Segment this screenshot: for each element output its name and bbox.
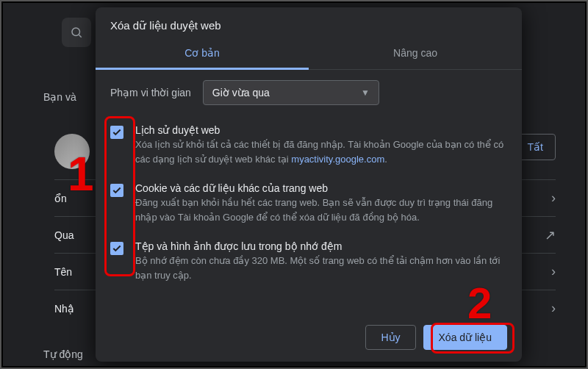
options-list: Lịch sử duyệt web Xóa lịch sử khỏi tất c…: [96, 115, 522, 315]
time-range-select[interactable]: Giờ vừa qua ▼: [203, 80, 379, 105]
tab-advanced[interactable]: Nâng cao: [309, 38, 522, 69]
myactivity-link[interactable]: myactivity.google.com: [291, 154, 384, 165]
option-title: Cookie và các dữ liệu khác của trang web: [135, 182, 507, 194]
option-browsing-history: Lịch sử duyệt web Xóa lịch sử khỏi tất c…: [110, 118, 507, 176]
search-icon[interactable]: [62, 18, 91, 47]
avatar: [54, 134, 90, 169]
dialog-tabs: Cơ bản Nâng cao: [96, 38, 522, 70]
dialog-footer: Hủy Xóa dữ liệu: [96, 315, 522, 362]
dialog-title: Xóa dữ liệu duyệt web: [96, 7, 522, 38]
svg-line-1: [79, 35, 81, 37]
checkbox-cookies[interactable]: [110, 184, 123, 197]
option-title: Tệp và hình ảnh được lưu trong bộ nhớ đệ…: [135, 240, 507, 252]
checkbox-browsing-history[interactable]: [110, 126, 123, 139]
dropdown-arrow-icon: ▼: [361, 87, 370, 98]
option-desc: Xóa lịch sử khỏi tất cả các thiết bị đã …: [135, 137, 507, 166]
svg-point-0: [72, 28, 80, 36]
option-desc: Bộ nhớ đệm còn chưa đầy 320 MB. Một số t…: [135, 254, 507, 282]
time-range-label: Phạm vi thời gian: [110, 87, 191, 98]
option-cookies: Cookie và các dữ liệu khác của trang web…: [110, 176, 507, 234]
option-desc: Đăng xuất bạn khỏi hầu hết các trang web…: [135, 196, 507, 224]
clear-browsing-data-dialog: Xóa dữ liệu duyệt web Cơ bản Nâng cao Ph…: [96, 7, 522, 362]
cancel-button[interactable]: Hủy: [365, 325, 415, 350]
option-title: Lịch sử duyệt web: [135, 124, 507, 136]
time-range-row: Phạm vi thời gian Giờ vừa qua ▼: [96, 70, 522, 115]
chevron-right-icon: ›: [551, 190, 556, 206]
external-link-icon: ↗: [545, 227, 556, 243]
checkbox-cached-files[interactable]: [110, 242, 123, 255]
option-cached-files: Tệp và hình ảnh được lưu trong bộ nhớ đệ…: [110, 234, 507, 293]
sidebar-heading: Bạn và: [43, 91, 76, 103]
clear-data-button[interactable]: Xóa dữ liệu: [423, 325, 507, 350]
time-range-selected: Giờ vừa qua: [212, 87, 270, 98]
chevron-right-icon: ›: [551, 301, 556, 316]
chevron-right-icon: ›: [551, 264, 556, 279]
auto-section-label: Tự động: [43, 348, 83, 360]
tab-basic[interactable]: Cơ bản: [96, 38, 309, 70]
